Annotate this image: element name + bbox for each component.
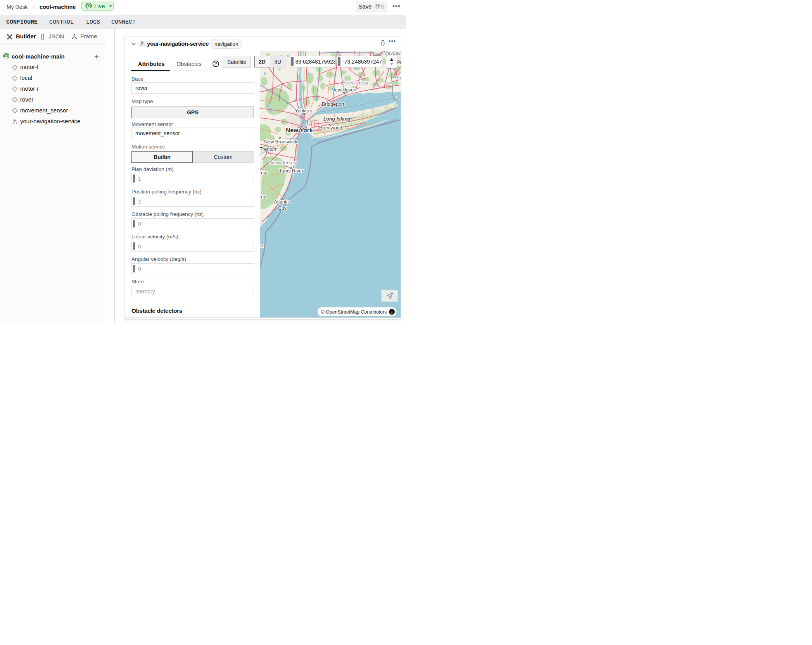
svg-text:nd: nd: [261, 194, 266, 199]
svg-text:Massachuse: Massachuse: [384, 51, 401, 56]
svg-text:City: City: [278, 205, 287, 210]
svg-text:New Haven: New Haven: [331, 87, 356, 92]
svg-text:Connecticut: Connecticut: [341, 79, 369, 85]
svg-text:© OpenStreetMap Contributors: © OpenStreetMap Contributors: [321, 309, 387, 314]
svg-text:nia: nia: [261, 170, 268, 175]
svg-text:n: n: [261, 243, 263, 248]
svg-text:Brentwood: Brentwood: [319, 125, 342, 130]
svg-text:Providence: Providence: [397, 59, 401, 65]
svg-text:New Brunswick: New Brunswick: [264, 139, 297, 144]
svg-text:Rhode Isla: Rhode Isla: [395, 74, 401, 80]
svg-text:?: ?: [214, 61, 217, 66]
svg-text:Long Island: Long Island: [323, 116, 351, 121]
svg-text:New Jersey: New Jersey: [270, 159, 297, 165]
svg-text:Toms River: Toms River: [279, 168, 303, 173]
svg-text:Trenton: Trenton: [260, 146, 276, 152]
svg-text:New York: New York: [286, 126, 313, 133]
svg-text:Yonkers: Yonkers: [295, 108, 313, 113]
svg-text:Atlantic: Atlantic: [274, 199, 290, 204]
svg-text:Bridgeport: Bridgeport: [322, 101, 344, 107]
svg-text:i: i: [391, 309, 392, 314]
